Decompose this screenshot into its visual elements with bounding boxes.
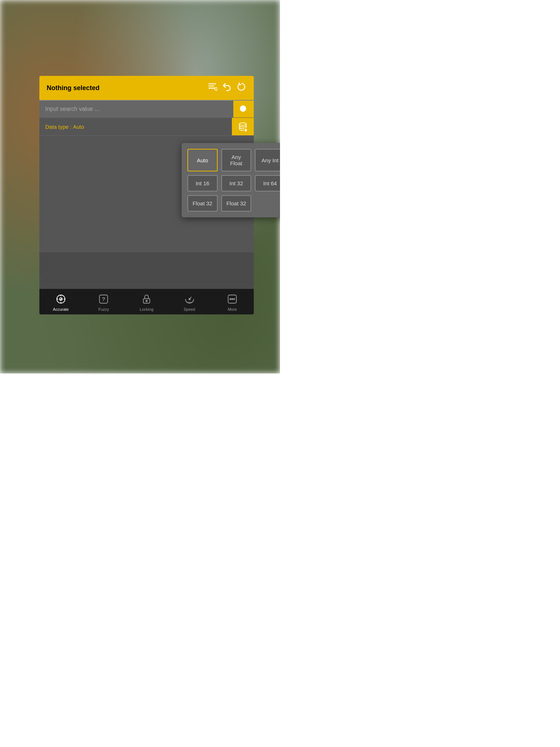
- list-view-icon[interactable]: [207, 82, 217, 94]
- dt-int64-button[interactable]: Int 64: [255, 175, 280, 191]
- dt-any-float-button[interactable]: Any Float: [221, 149, 252, 171]
- search-input[interactable]: [39, 101, 233, 117]
- svg-text:?: ?: [102, 296, 105, 302]
- lower-area: [39, 252, 254, 289]
- svg-point-18: [189, 298, 190, 300]
- svg-point-20: [230, 299, 231, 300]
- nav-fuzzy-label: Fuzzy: [98, 307, 109, 311]
- svg-point-5: [240, 123, 246, 125]
- dt-auto-button[interactable]: Auto: [187, 149, 218, 171]
- data-type-value: Auto: [73, 124, 84, 130]
- dt-int16-button[interactable]: Int 16: [187, 175, 218, 191]
- bottom-nav: Accurate ? Fuzzy Locking: [39, 289, 254, 314]
- undo-icon[interactable]: [222, 82, 232, 94]
- svg-rect-1: [209, 86, 214, 86]
- more-icon: [225, 293, 240, 306]
- nav-more[interactable]: More: [211, 293, 254, 311]
- nav-accurate[interactable]: Accurate: [39, 293, 82, 311]
- speed-icon: [182, 293, 197, 306]
- data-type-button[interactable]: $: [232, 118, 254, 135]
- data-type-label: Data type : Auto: [39, 119, 232, 134]
- dt-float32b-button[interactable]: Float 32: [221, 195, 252, 212]
- svg-rect-2: [209, 88, 215, 88]
- search-button[interactable]: [233, 101, 254, 117]
- nav-locking-label: Locking: [140, 307, 153, 311]
- locking-icon: [139, 293, 154, 306]
- svg-point-17: [146, 300, 147, 302]
- nav-locking[interactable]: Locking: [125, 293, 168, 311]
- panel-header: Nothing selected: [39, 76, 254, 100]
- accurate-icon: [54, 293, 68, 306]
- svg-point-3: [215, 88, 217, 90]
- main-panel: Nothing selected: [39, 76, 254, 314]
- svg-text:$: $: [245, 129, 246, 132]
- panel-title: Nothing selected: [47, 84, 100, 92]
- nav-more-label: More: [228, 307, 237, 311]
- nav-speed[interactable]: Speed: [168, 293, 211, 311]
- dt-any-int-button[interactable]: Any Int: [255, 149, 280, 171]
- svg-rect-0: [209, 84, 216, 84]
- svg-point-21: [232, 299, 233, 300]
- content-area: Auto Any Float Any Int Int 16 Int 32 Int…: [39, 136, 254, 252]
- search-row: [39, 100, 254, 117]
- nav-accurate-label: Accurate: [53, 307, 69, 311]
- data-type-dropdown: Auto Any Float Any Int Int 16 Int 32 Int…: [182, 143, 280, 217]
- svg-point-22: [234, 299, 235, 300]
- nav-speed-label: Speed: [184, 307, 195, 311]
- fuzzy-icon: ?: [96, 293, 111, 306]
- data-type-row: Data type : Auto $: [39, 117, 254, 136]
- dt-int32-button[interactable]: Int 32: [221, 175, 252, 191]
- dt-float32a-button[interactable]: Float 32: [187, 195, 218, 212]
- header-icons: [207, 82, 246, 94]
- refresh-icon[interactable]: [236, 82, 246, 94]
- svg-line-4: [217, 90, 217, 91]
- nav-fuzzy[interactable]: ? Fuzzy: [82, 293, 125, 311]
